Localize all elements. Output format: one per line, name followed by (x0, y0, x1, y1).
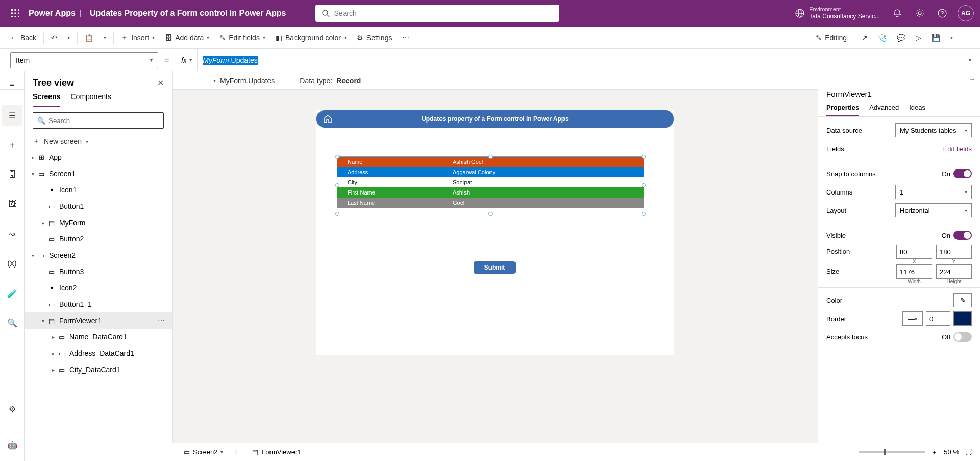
border-style-select[interactable]: — ▾ (902, 311, 923, 326)
position-x-input[interactable] (896, 245, 932, 259)
back-button[interactable]: ←Back (6, 31, 40, 45)
rail-insert-icon[interactable]: ＋ (2, 135, 22, 155)
home-icon (323, 114, 333, 124)
settings-button[interactable]: ⚙ Settings (353, 31, 397, 45)
breadcrumb-control[interactable]: ▤ FormViewer1 (249, 447, 304, 457)
tree-item[interactable]: ▸▤MyForm (24, 214, 172, 231)
search-input[interactable] (334, 9, 553, 17)
rail-tree-icon[interactable]: ☰ (2, 105, 22, 126)
position-y-input[interactable] (936, 245, 972, 259)
props-next-icon[interactable]: → (969, 75, 976, 83)
data-source-select[interactable]: My Students tables▾ (895, 123, 972, 137)
expand-formula-icon[interactable]: ▾ (960, 57, 980, 63)
app-name: Power Apps (29, 9, 76, 18)
visible-label: Visible (826, 232, 846, 239)
publish-button[interactable]: ⬚ (959, 31, 974, 45)
save-button[interactable]: 💾 (927, 31, 944, 45)
rail-media-icon[interactable]: 🖼 (2, 194, 22, 214)
tree-view-title: Tree view (33, 78, 74, 88)
environment-switcher[interactable]: Environment Tata Consultancy Servic... (795, 6, 880, 20)
undo-button[interactable]: ↶ (47, 31, 61, 45)
selected-control-name: FormViewer1 (818, 87, 980, 102)
layout-select[interactable]: Horizontal▾ (895, 203, 972, 217)
submit-button[interactable]: Submit (474, 261, 516, 274)
insert-button[interactable]: ＋ Insert ▾ (117, 30, 159, 45)
rail-data-icon[interactable]: 🗄 (2, 164, 22, 185)
rail-search-icon[interactable]: 🔍 (2, 312, 22, 333)
tab-advanced[interactable]: Advanced (869, 104, 899, 116)
formula-input[interactable]: MyForm.Updates (198, 56, 960, 64)
settings-gear-icon[interactable] (909, 2, 931, 25)
waffle-icon[interactable] (6, 4, 24, 22)
add-data-button[interactable]: 🗄 Add data ▾ (161, 31, 213, 45)
snap-toggle[interactable] (953, 169, 972, 178)
undo-menu[interactable]: ▾ (63, 32, 74, 43)
tab-screens[interactable]: Screens (33, 92, 60, 107)
property-selector[interactable]: Item▾ (10, 52, 158, 68)
rail-flows-icon[interactable]: ↝ (2, 224, 22, 244)
visible-toggle[interactable] (953, 231, 972, 240)
canvas-header: Updates property of a Form control in Po… (316, 110, 674, 128)
close-tree-icon[interactable]: ✕ (157, 78, 164, 88)
form-viewer-control[interactable]: NameAshish GoelAddressAggarwal ColonyCit… (337, 156, 644, 214)
save-menu[interactable]: ▾ (946, 32, 957, 43)
rail-virtual-agent-icon[interactable]: 🤖 (2, 434, 22, 455)
columns-select[interactable]: 1▾ (895, 185, 972, 199)
zoom-out-button[interactable]: − (849, 448, 853, 456)
breadcrumb-screen[interactable]: ▭ Screen2 ▾ (181, 447, 226, 457)
paste-menu[interactable]: ▾ (100, 32, 110, 43)
paste-button[interactable]: 📋 (81, 31, 97, 45)
tree-search-box[interactable]: 🔍 (33, 112, 164, 129)
tree-item[interactable]: ▭Button1_1 (24, 296, 172, 312)
tree-item[interactable]: ▾▤FormViewer1⋯ (24, 312, 172, 329)
size-height-input[interactable] (936, 264, 972, 279)
tree-item[interactable]: ▭Button3 (24, 263, 172, 280)
more-button[interactable]: ⋯ (398, 31, 413, 45)
edit-fields-link[interactable]: Edit fields (943, 145, 972, 153)
user-avatar[interactable]: AG (958, 5, 974, 21)
comments-button[interactable]: 💬 (893, 31, 910, 45)
formula-data-type: Data type: Record (300, 77, 361, 85)
help-icon[interactable]: ? (931, 2, 953, 25)
tab-ideas[interactable]: Ideas (909, 104, 925, 116)
tree-item[interactable]: ✦Icon1 (24, 182, 172, 198)
accepts-focus-toggle[interactable] (953, 332, 972, 342)
tree-item[interactable]: ▸▭Name_DataCard1 (24, 329, 172, 345)
rail-variables-icon[interactable]: (x) (2, 253, 22, 274)
tree-item[interactable]: ▾▭Screen2 (24, 247, 172, 263)
tree-search-input[interactable] (48, 117, 159, 125)
edit-fields-button[interactable]: ✎ Edit fields ▾ (215, 31, 270, 45)
rail-hamburger-icon[interactable]: ≡ (2, 76, 22, 96)
tab-components[interactable]: Components (70, 92, 111, 107)
fit-screen-icon[interactable]: ⛶ (965, 448, 972, 456)
svg-rect-0 (11, 9, 13, 11)
border-color-picker[interactable] (953, 311, 972, 326)
share-button[interactable]: ↗ (857, 31, 872, 45)
fields-label: Fields (826, 145, 844, 153)
zoom-slider[interactable] (859, 451, 925, 453)
border-width-input[interactable] (926, 311, 950, 326)
tree-item[interactable]: ▸⊞App (24, 149, 172, 165)
rail-settings-icon[interactable]: ⚙ (2, 399, 22, 419)
fx-icon[interactable]: fx ▾ (175, 49, 198, 71)
zoom-in-button[interactable]: ＋ (931, 448, 938, 457)
new-screen-button[interactable]: ＋New screen▾ (24, 134, 172, 149)
rail-tests-icon[interactable]: 🧪 (2, 283, 22, 303)
environment-icon (795, 8, 805, 18)
preview-button[interactable]: ▷ (912, 31, 925, 45)
tab-properties[interactable]: Properties (826, 104, 859, 116)
color-picker[interactable]: ✎ (953, 293, 972, 307)
tree-item[interactable]: ✦Icon2 (24, 280, 172, 296)
tree-item[interactable]: ▾▭Screen1 (24, 165, 172, 182)
editing-mode[interactable]: ✎ Editing (812, 31, 851, 45)
global-search[interactable] (315, 5, 559, 22)
app-checker-button[interactable]: 🩺 (874, 31, 891, 45)
formula-result-expr[interactable]: ▾ MyForm.Updates (213, 77, 275, 85)
size-width-input[interactable] (896, 264, 932, 279)
tree-item[interactable]: ▸▭Address_DataCard1 (24, 345, 172, 361)
notifications-icon[interactable] (886, 2, 909, 25)
tree-item[interactable]: ▸▭City_DataCard1 (24, 361, 172, 378)
background-color-button[interactable]: ◧ Background color ▾ (272, 31, 351, 45)
tree-item[interactable]: ▭Button1 (24, 198, 172, 214)
tree-item[interactable]: ▭Button2 (24, 231, 172, 247)
